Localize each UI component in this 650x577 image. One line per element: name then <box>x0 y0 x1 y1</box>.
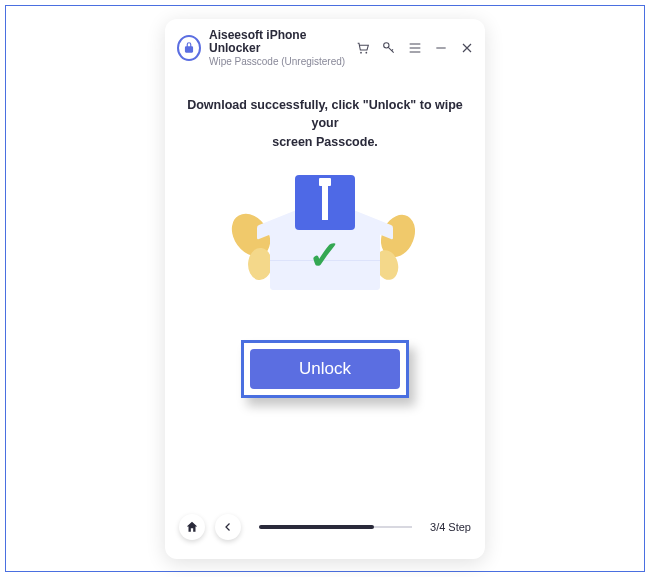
menu-icon[interactable] <box>407 40 423 56</box>
back-icon <box>222 521 234 533</box>
step-progress-fill <box>259 525 374 529</box>
cart-icon[interactable] <box>355 40 371 56</box>
step-label: 3/4 Step <box>430 521 471 533</box>
titlebar: Aiseesoft iPhone Unlocker Wipe Passcode … <box>165 19 485 74</box>
download-illustration: ✓ <box>230 170 420 300</box>
home-icon <box>185 520 199 534</box>
firmware-package <box>295 175 355 230</box>
app-identity: Aiseesoft iPhone Unlocker Wipe Passcode … <box>177 29 347 68</box>
instruction-line-1: Download successfully, click "Unlock" to… <box>187 98 463 131</box>
zipper-icon <box>322 184 328 220</box>
screenshot-frame: Aiseesoft iPhone Unlocker Wipe Passcode … <box>5 5 645 572</box>
unlock-button-highlight: Unlock <box>241 340 409 398</box>
app-title: Aiseesoft iPhone Unlocker <box>209 29 347 57</box>
app-subtitle: Wipe Passcode (Unregistered) <box>209 56 347 68</box>
instruction-line-2: screen Passcode. <box>272 135 378 149</box>
lock-icon <box>177 35 201 61</box>
app-window: Aiseesoft iPhone Unlocker Wipe Passcode … <box>165 19 485 559</box>
unlock-button[interactable]: Unlock <box>250 349 400 389</box>
close-icon[interactable] <box>459 40 475 56</box>
instruction-text: Download successfully, click "Unlock" to… <box>183 96 467 152</box>
back-button[interactable] <box>215 514 241 540</box>
svg-point-0 <box>360 52 362 54</box>
key-icon[interactable] <box>381 40 397 56</box>
home-button[interactable] <box>179 514 205 540</box>
main-content: Download successfully, click "Unlock" to… <box>165 74 485 505</box>
step-progress-bar <box>259 526 412 528</box>
svg-point-2 <box>384 43 389 48</box>
window-actions <box>355 40 475 56</box>
footer-bar: 3/4 Step <box>165 505 485 559</box>
checkmark-icon: ✓ <box>308 232 342 278</box>
svg-point-1 <box>365 52 367 54</box>
minimize-icon[interactable] <box>433 40 449 56</box>
